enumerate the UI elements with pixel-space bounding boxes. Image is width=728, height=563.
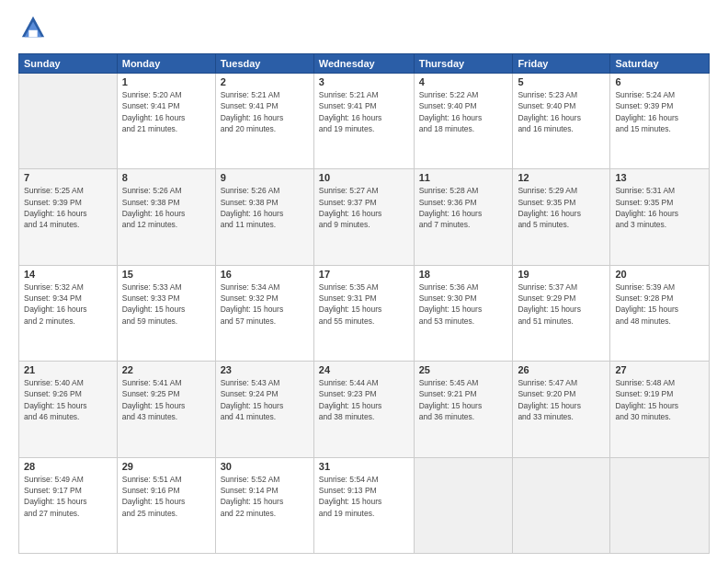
day-number: 8 <box>122 172 210 183</box>
day-number: 24 <box>319 364 409 375</box>
day-cell: 1Sunrise: 5:20 AMSunset: 9:41 PMDaylight… <box>117 74 215 169</box>
weekday-header-thursday: Thursday <box>414 54 513 74</box>
day-cell: 3Sunrise: 5:21 AMSunset: 9:41 PMDaylight… <box>313 74 414 169</box>
day-info: Sunrise: 5:31 AMSunset: 9:35 PMDaylight:… <box>615 185 704 230</box>
day-number: 1 <box>122 76 210 87</box>
day-info: Sunrise: 5:52 AMSunset: 9:14 PMDaylight:… <box>221 474 309 519</box>
day-number: 26 <box>518 364 605 375</box>
day-number: 11 <box>419 172 508 183</box>
day-number: 12 <box>518 172 605 183</box>
day-number: 29 <box>122 461 210 472</box>
week-row-1: 1Sunrise: 5:20 AMSunset: 9:41 PMDaylight… <box>19 74 710 169</box>
day-info: Sunrise: 5:26 AMSunset: 9:38 PMDaylight:… <box>122 185 210 230</box>
day-cell: 28Sunrise: 5:49 AMSunset: 9:17 PMDayligh… <box>19 457 118 553</box>
day-cell: 18Sunrise: 5:36 AMSunset: 9:30 PMDayligh… <box>414 265 513 361</box>
day-info: Sunrise: 5:41 AMSunset: 9:25 PMDaylight:… <box>122 377 210 422</box>
day-info: Sunrise: 5:48 AMSunset: 9:19 PMDaylight:… <box>615 377 704 422</box>
day-cell: 12Sunrise: 5:29 AMSunset: 9:35 PMDayligh… <box>513 169 610 265</box>
day-cell: 8Sunrise: 5:26 AMSunset: 9:38 PMDaylight… <box>117 169 215 265</box>
day-info: Sunrise: 5:47 AMSunset: 9:20 PMDaylight:… <box>518 377 605 422</box>
calendar-table: SundayMondayTuesdayWednesdayThursdayFrid… <box>18 53 710 554</box>
day-cell: 2Sunrise: 5:21 AMSunset: 9:41 PMDaylight… <box>215 74 313 169</box>
day-cell: 23Sunrise: 5:43 AMSunset: 9:24 PMDayligh… <box>215 362 313 457</box>
day-info: Sunrise: 5:49 AMSunset: 9:17 PMDaylight:… <box>24 474 112 519</box>
day-cell: 4Sunrise: 5:22 AMSunset: 9:40 PMDaylight… <box>414 74 513 169</box>
day-info: Sunrise: 5:25 AMSunset: 9:39 PMDaylight:… <box>24 185 112 230</box>
day-cell <box>610 457 710 553</box>
day-number: 31 <box>319 461 409 472</box>
day-info: Sunrise: 5:36 AMSunset: 9:30 PMDaylight:… <box>419 282 508 327</box>
day-cell <box>513 457 610 553</box>
day-info: Sunrise: 5:28 AMSunset: 9:36 PMDaylight:… <box>419 185 508 230</box>
day-info: Sunrise: 5:29 AMSunset: 9:35 PMDaylight:… <box>518 185 605 230</box>
week-row-2: 7Sunrise: 5:25 AMSunset: 9:39 PMDaylight… <box>19 169 710 265</box>
day-number: 10 <box>319 172 409 183</box>
day-info: Sunrise: 5:33 AMSunset: 9:33 PMDaylight:… <box>122 282 210 327</box>
logo <box>18 15 50 44</box>
day-cell: 27Sunrise: 5:48 AMSunset: 9:19 PMDayligh… <box>610 362 710 457</box>
day-info: Sunrise: 5:54 AMSunset: 9:13 PMDaylight:… <box>319 474 409 519</box>
day-info: Sunrise: 5:27 AMSunset: 9:37 PMDaylight:… <box>319 185 409 230</box>
day-number: 16 <box>221 269 309 280</box>
header <box>18 15 710 44</box>
day-number: 3 <box>319 76 409 87</box>
day-info: Sunrise: 5:22 AMSunset: 9:40 PMDaylight:… <box>419 89 508 134</box>
calendar-page: SundayMondayTuesdayWednesdayThursdayFrid… <box>0 0 728 563</box>
day-cell: 11Sunrise: 5:28 AMSunset: 9:36 PMDayligh… <box>414 169 513 265</box>
weekday-header-friday: Friday <box>513 54 610 74</box>
day-info: Sunrise: 5:40 AMSunset: 9:26 PMDaylight:… <box>24 377 112 422</box>
day-cell: 31Sunrise: 5:54 AMSunset: 9:13 PMDayligh… <box>313 457 414 553</box>
day-number: 15 <box>122 269 210 280</box>
day-cell: 5Sunrise: 5:23 AMSunset: 9:40 PMDaylight… <box>513 74 610 169</box>
day-cell: 29Sunrise: 5:51 AMSunset: 9:16 PMDayligh… <box>117 457 215 553</box>
day-number: 27 <box>615 364 704 375</box>
weekday-header-tuesday: Tuesday <box>215 54 313 74</box>
day-cell: 15Sunrise: 5:33 AMSunset: 9:33 PMDayligh… <box>117 265 215 361</box>
day-cell: 13Sunrise: 5:31 AMSunset: 9:35 PMDayligh… <box>610 169 710 265</box>
day-cell: 9Sunrise: 5:26 AMSunset: 9:38 PMDaylight… <box>215 169 313 265</box>
day-cell: 7Sunrise: 5:25 AMSunset: 9:39 PMDaylight… <box>19 169 118 265</box>
day-info: Sunrise: 5:23 AMSunset: 9:40 PMDaylight:… <box>518 89 605 134</box>
day-number: 17 <box>319 269 409 280</box>
day-number: 20 <box>615 269 704 280</box>
day-info: Sunrise: 5:21 AMSunset: 9:41 PMDaylight:… <box>221 89 309 134</box>
day-cell: 17Sunrise: 5:35 AMSunset: 9:31 PMDayligh… <box>313 265 414 361</box>
day-number: 14 <box>24 269 112 280</box>
day-info: Sunrise: 5:24 AMSunset: 9:39 PMDaylight:… <box>615 89 704 134</box>
week-row-4: 21Sunrise: 5:40 AMSunset: 9:26 PMDayligh… <box>19 362 710 457</box>
day-info: Sunrise: 5:39 AMSunset: 9:28 PMDaylight:… <box>615 282 704 327</box>
day-number: 13 <box>615 172 704 183</box>
day-info: Sunrise: 5:32 AMSunset: 9:34 PMDaylight:… <box>24 282 112 327</box>
day-cell: 24Sunrise: 5:44 AMSunset: 9:23 PMDayligh… <box>313 362 414 457</box>
day-number: 18 <box>419 269 508 280</box>
logo-icon <box>18 15 46 44</box>
day-info: Sunrise: 5:26 AMSunset: 9:38 PMDaylight:… <box>221 185 309 230</box>
day-cell: 19Sunrise: 5:37 AMSunset: 9:29 PMDayligh… <box>513 265 610 361</box>
day-info: Sunrise: 5:44 AMSunset: 9:23 PMDaylight:… <box>319 377 409 422</box>
weekday-header-row: SundayMondayTuesdayWednesdayThursdayFrid… <box>19 54 710 74</box>
day-number: 2 <box>221 76 309 87</box>
day-info: Sunrise: 5:21 AMSunset: 9:41 PMDaylight:… <box>319 89 409 134</box>
day-cell: 22Sunrise: 5:41 AMSunset: 9:25 PMDayligh… <box>117 362 215 457</box>
day-cell: 16Sunrise: 5:34 AMSunset: 9:32 PMDayligh… <box>215 265 313 361</box>
week-row-5: 28Sunrise: 5:49 AMSunset: 9:17 PMDayligh… <box>19 457 710 553</box>
day-number: 30 <box>221 461 309 472</box>
day-number: 22 <box>122 364 210 375</box>
day-cell: 26Sunrise: 5:47 AMSunset: 9:20 PMDayligh… <box>513 362 610 457</box>
day-cell <box>414 457 513 553</box>
day-number: 23 <box>221 364 309 375</box>
weekday-header-sunday: Sunday <box>19 54 118 74</box>
svg-rect-2 <box>28 30 37 37</box>
day-cell: 30Sunrise: 5:52 AMSunset: 9:14 PMDayligh… <box>215 457 313 553</box>
day-cell: 25Sunrise: 5:45 AMSunset: 9:21 PMDayligh… <box>414 362 513 457</box>
weekday-header-monday: Monday <box>117 54 215 74</box>
day-cell: 20Sunrise: 5:39 AMSunset: 9:28 PMDayligh… <box>610 265 710 361</box>
week-row-3: 14Sunrise: 5:32 AMSunset: 9:34 PMDayligh… <box>19 265 710 361</box>
weekday-header-wednesday: Wednesday <box>313 54 414 74</box>
day-info: Sunrise: 5:43 AMSunset: 9:24 PMDaylight:… <box>221 377 309 422</box>
day-cell: 21Sunrise: 5:40 AMSunset: 9:26 PMDayligh… <box>19 362 118 457</box>
day-number: 9 <box>221 172 309 183</box>
day-number: 7 <box>24 172 112 183</box>
day-info: Sunrise: 5:34 AMSunset: 9:32 PMDaylight:… <box>221 282 309 327</box>
day-number: 28 <box>24 461 112 472</box>
